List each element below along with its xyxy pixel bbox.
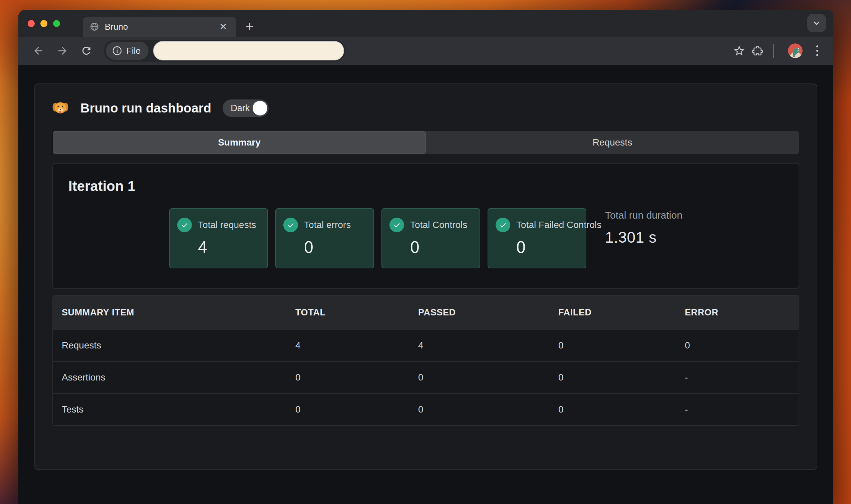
cell-error: - xyxy=(685,404,799,415)
tab-title: Bruno xyxy=(105,22,217,32)
theme-toggle[interactable]: Dark xyxy=(222,100,269,117)
column-header: SUMMARY ITEM xyxy=(53,307,295,318)
kebab-dot xyxy=(816,50,818,52)
kebab-dot xyxy=(816,54,818,56)
check-circle-icon xyxy=(495,218,510,232)
summary-table: SUMMARY ITEM TOTAL PASSED FAILED ERROR R… xyxy=(52,295,799,426)
window-close-button[interactable] xyxy=(28,20,35,27)
cell-total: 0 xyxy=(295,372,418,383)
site-info-chip[interactable]: File xyxy=(106,42,148,60)
forward-arrow-icon xyxy=(56,45,68,57)
dashboard-header: Bruno run dashboard Dark xyxy=(35,84,817,117)
stat-value: 4 xyxy=(198,238,260,257)
stat-label: Total Controls xyxy=(410,220,467,230)
table-row: Tests 0 0 0 - xyxy=(53,393,799,425)
tab-requests[interactable]: Requests xyxy=(426,131,799,154)
column-header: ERROR xyxy=(685,307,799,318)
new-tab-button[interactable]: + xyxy=(241,17,259,35)
browser-tab[interactable]: Bruno ✕ xyxy=(83,17,236,37)
cell-item: Tests xyxy=(53,404,295,415)
total-run-duration: Total run duration 1.301 s xyxy=(605,208,683,246)
toolbar-divider xyxy=(773,44,774,58)
column-header: PASSED xyxy=(418,307,558,318)
cell-item: Assertions xyxy=(53,372,295,383)
column-header: TOTAL xyxy=(295,307,418,318)
window-zoom-button[interactable] xyxy=(53,20,60,27)
browser-window: Bruno ✕ + File xyxy=(18,10,833,504)
stat-card-total-errors: Total errors 0 xyxy=(275,208,374,268)
stats-row: Total requests 4 Total errors 0 xyxy=(68,208,783,268)
duration-value: 1.301 s xyxy=(605,228,683,246)
browser-menu-button[interactable] xyxy=(810,46,825,56)
check-circle-icon xyxy=(390,218,404,232)
traffic-lights xyxy=(28,20,60,27)
cell-total: 4 xyxy=(295,340,418,351)
cell-passed: 0 xyxy=(418,404,558,415)
cell-failed: 0 xyxy=(558,340,685,351)
cell-error: - xyxy=(685,372,799,383)
puzzle-icon xyxy=(751,45,763,57)
stat-value: 0 xyxy=(516,238,578,257)
star-icon xyxy=(733,44,745,57)
site-chip-label: File xyxy=(126,46,141,56)
forward-button[interactable] xyxy=(54,42,71,59)
theme-toggle-label: Dark xyxy=(222,103,250,113)
url-selected-text[interactable] xyxy=(153,41,344,60)
back-arrow-icon xyxy=(32,45,44,57)
iteration-heading: Iteration 1 xyxy=(68,178,783,194)
page-background: Bruno run dashboard Dark Summary Request… xyxy=(18,66,833,504)
cell-error: 0 xyxy=(685,340,799,351)
globe-favicon-icon xyxy=(89,22,99,32)
chevron-down-icon xyxy=(812,18,821,28)
browser-toolbar: File xyxy=(18,37,833,66)
stat-card-total-failed-controls: Total Failed Controls 0 xyxy=(488,208,586,268)
bookmark-button[interactable] xyxy=(730,42,748,60)
tab-summary[interactable]: Summary xyxy=(53,131,426,154)
tab-close-icon[interactable]: ✕ xyxy=(217,21,230,33)
cell-total: 0 xyxy=(295,404,418,415)
cell-passed: 0 xyxy=(418,372,558,383)
stat-card-total-requests: Total requests 4 xyxy=(169,208,268,268)
avatar-dino-image xyxy=(788,43,803,58)
browser-tab-strip: Bruno ✕ + xyxy=(18,10,833,37)
reload-button[interactable] xyxy=(78,42,95,59)
info-icon xyxy=(112,46,123,56)
tab-search-button[interactable] xyxy=(807,14,826,32)
stat-value: 0 xyxy=(410,238,472,257)
theme-toggle-knob[interactable] xyxy=(253,101,267,115)
cell-passed: 4 xyxy=(418,340,558,351)
cell-failed: 0 xyxy=(558,372,685,383)
window-minimize-button[interactable] xyxy=(40,20,48,27)
reload-icon xyxy=(80,45,92,57)
column-header: FAILED xyxy=(558,307,685,318)
view-tabs: Summary Requests xyxy=(52,131,799,154)
iteration-panel: Iteration 1 Total requests 4 xyxy=(52,163,799,289)
cell-item: Requests xyxy=(53,340,295,351)
stat-label: Total Failed Controls xyxy=(516,220,601,230)
address-bar[interactable]: File xyxy=(104,40,345,62)
table-row: Assertions 0 0 0 - xyxy=(53,361,799,393)
cell-failed: 0 xyxy=(558,404,685,415)
check-circle-icon xyxy=(177,218,192,232)
stat-label: Total errors xyxy=(304,220,351,230)
check-circle-icon xyxy=(283,218,298,232)
back-button[interactable] xyxy=(30,42,47,59)
stat-card-total-controls: Total Controls 0 xyxy=(381,208,480,268)
table-row: Requests 4 4 0 0 xyxy=(53,329,799,361)
stat-label: Total requests xyxy=(198,220,256,230)
profile-avatar[interactable] xyxy=(788,43,803,58)
dashboard-card: Bruno run dashboard Dark Summary Request… xyxy=(34,84,817,470)
extensions-button[interactable] xyxy=(748,42,766,60)
stat-value: 0 xyxy=(304,238,366,257)
dog-emoji-icon xyxy=(52,101,68,116)
table-header-row: SUMMARY ITEM TOTAL PASSED FAILED ERROR xyxy=(53,296,799,329)
duration-label: Total run duration xyxy=(605,210,683,221)
kebab-dot xyxy=(816,46,818,48)
page-title: Bruno run dashboard xyxy=(80,101,211,115)
